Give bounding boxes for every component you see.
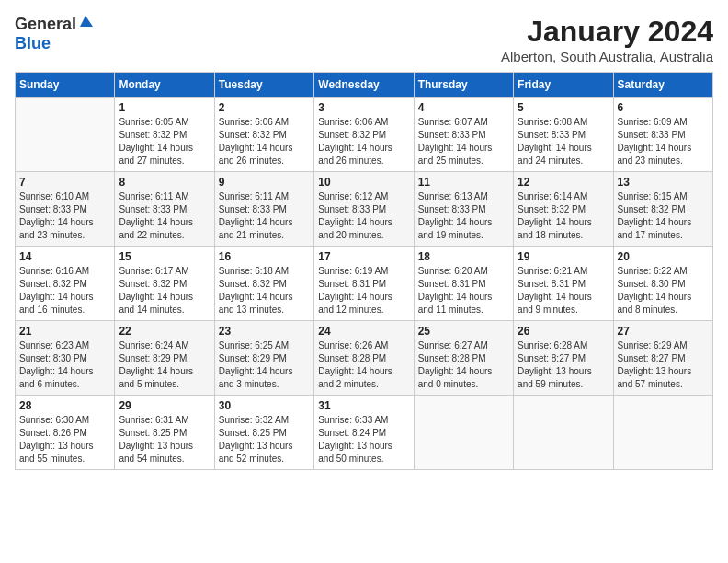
cell-sunset: Sunset: 8:27 PM xyxy=(618,352,709,365)
location-subtitle: Alberton, South Australia, Australia xyxy=(501,49,713,64)
cell-sunset: Sunset: 8:28 PM xyxy=(318,352,409,365)
table-row: 7 Sunrise: 6:10 AM Sunset: 8:33 PM Dayli… xyxy=(16,172,115,247)
col-sunday: Sunday xyxy=(16,73,115,98)
table-row: 26 Sunrise: 6:28 AM Sunset: 8:27 PM Dayl… xyxy=(514,321,613,396)
cell-sunset: Sunset: 8:32 PM xyxy=(119,129,210,142)
table-row: 25 Sunrise: 6:27 AM Sunset: 8:28 PM Dayl… xyxy=(414,321,513,396)
cell-sunrise: Sunrise: 6:06 AM xyxy=(219,116,310,129)
cell-daylight: Daylight: 14 hours and 8 minutes. xyxy=(618,291,709,316)
cell-sunset: Sunset: 8:31 PM xyxy=(418,278,509,291)
day-number: 18 xyxy=(418,250,509,263)
day-number: 13 xyxy=(618,176,709,189)
cell-sunset: Sunset: 8:33 PM xyxy=(418,129,509,142)
cell-daylight: Daylight: 14 hours and 17 minutes. xyxy=(618,216,709,242)
cell-sunrise: Sunrise: 6:27 AM xyxy=(418,339,509,352)
cell-sunset: Sunset: 8:32 PM xyxy=(119,278,210,291)
day-number: 5 xyxy=(518,101,609,114)
cell-sunrise: Sunrise: 6:29 AM xyxy=(618,339,709,352)
table-row: 1 Sunrise: 6:05 AM Sunset: 8:32 PM Dayli… xyxy=(115,98,214,172)
cell-daylight: Daylight: 14 hours and 2 minutes. xyxy=(318,365,409,391)
day-number: 10 xyxy=(318,176,409,189)
day-number: 7 xyxy=(19,176,110,189)
cell-sunrise: Sunrise: 6:15 AM xyxy=(618,190,709,203)
cell-sunset: Sunset: 8:31 PM xyxy=(318,278,409,291)
cell-sunset: Sunset: 8:32 PM xyxy=(219,278,310,291)
cell-sunset: Sunset: 8:33 PM xyxy=(318,203,409,216)
cell-sunset: Sunset: 8:26 PM xyxy=(19,427,110,440)
cell-sunset: Sunset: 8:33 PM xyxy=(19,203,110,216)
cell-daylight: Daylight: 13 hours and 50 minutes. xyxy=(318,440,409,465)
cell-daylight: Daylight: 14 hours and 26 minutes. xyxy=(219,142,310,167)
col-tuesday: Tuesday xyxy=(214,73,313,98)
cell-sunrise: Sunrise: 6:08 AM xyxy=(518,116,609,129)
cell-daylight: Daylight: 14 hours and 9 minutes. xyxy=(518,291,609,316)
cell-sunrise: Sunrise: 6:05 AM xyxy=(119,116,210,129)
cell-sunrise: Sunrise: 6:11 AM xyxy=(219,190,310,203)
cell-sunrise: Sunrise: 6:06 AM xyxy=(318,116,409,129)
table-row xyxy=(16,98,115,172)
cell-sunset: Sunset: 8:30 PM xyxy=(19,352,110,365)
cell-sunrise: Sunrise: 6:13 AM xyxy=(418,190,509,203)
table-row xyxy=(414,396,513,470)
title-block: January 2024 Alberton, South Australia, … xyxy=(501,15,713,64)
day-number: 30 xyxy=(219,399,310,412)
day-number: 8 xyxy=(119,176,210,189)
day-number: 31 xyxy=(318,399,409,412)
table-row: 17 Sunrise: 6:19 AM Sunset: 8:31 PM Dayl… xyxy=(314,247,414,321)
day-number: 11 xyxy=(418,176,509,189)
day-number: 24 xyxy=(318,325,409,338)
day-number: 22 xyxy=(119,325,210,338)
cell-sunrise: Sunrise: 6:17 AM xyxy=(119,265,210,278)
cell-daylight: Daylight: 13 hours and 52 minutes. xyxy=(219,440,310,465)
cell-sunrise: Sunrise: 6:22 AM xyxy=(618,265,709,278)
col-saturday: Saturday xyxy=(613,73,712,98)
table-row xyxy=(613,396,712,470)
cell-sunset: Sunset: 8:33 PM xyxy=(618,129,709,142)
cell-daylight: Daylight: 14 hours and 3 minutes. xyxy=(219,365,310,391)
cell-sunset: Sunset: 8:32 PM xyxy=(318,129,409,142)
table-row: 19 Sunrise: 6:21 AM Sunset: 8:31 PM Dayl… xyxy=(514,247,613,321)
page-header: General Blue January 2024 Alberton, Sout… xyxy=(15,15,713,64)
calendar-week-row: 1 Sunrise: 6:05 AM Sunset: 8:32 PM Dayli… xyxy=(16,98,713,172)
cell-sunrise: Sunrise: 6:18 AM xyxy=(219,265,310,278)
cell-daylight: Daylight: 14 hours and 12 minutes. xyxy=(318,291,409,316)
cell-sunrise: Sunrise: 6:33 AM xyxy=(318,414,409,427)
table-row: 15 Sunrise: 6:17 AM Sunset: 8:32 PM Dayl… xyxy=(115,247,214,321)
table-row: 16 Sunrise: 6:18 AM Sunset: 8:32 PM Dayl… xyxy=(214,247,313,321)
day-number: 16 xyxy=(219,250,310,263)
cell-sunset: Sunset: 8:32 PM xyxy=(518,203,609,216)
cell-daylight: Daylight: 14 hours and 21 minutes. xyxy=(219,216,310,242)
day-number: 15 xyxy=(119,250,210,263)
table-row: 21 Sunrise: 6:23 AM Sunset: 8:30 PM Dayl… xyxy=(16,321,115,396)
cell-daylight: Daylight: 14 hours and 19 minutes. xyxy=(418,216,509,242)
table-row: 3 Sunrise: 6:06 AM Sunset: 8:32 PM Dayli… xyxy=(314,98,414,172)
day-number: 26 xyxy=(518,325,609,338)
calendar-week-row: 21 Sunrise: 6:23 AM Sunset: 8:30 PM Dayl… xyxy=(16,321,713,396)
day-number: 23 xyxy=(219,325,310,338)
cell-sunrise: Sunrise: 6:21 AM xyxy=(518,265,609,278)
cell-daylight: Daylight: 14 hours and 20 minutes. xyxy=(318,216,409,242)
cell-sunset: Sunset: 8:29 PM xyxy=(219,352,310,365)
cell-sunrise: Sunrise: 6:11 AM xyxy=(119,190,210,203)
cell-sunset: Sunset: 8:30 PM xyxy=(618,278,709,291)
col-monday: Monday xyxy=(115,73,214,98)
col-wednesday: Wednesday xyxy=(314,73,414,98)
cell-daylight: Daylight: 14 hours and 27 minutes. xyxy=(119,142,210,167)
logo-blue-text: Blue xyxy=(15,34,51,53)
cell-daylight: Daylight: 13 hours and 59 minutes. xyxy=(518,365,609,391)
day-number: 2 xyxy=(219,101,310,114)
cell-daylight: Daylight: 14 hours and 22 minutes. xyxy=(119,216,210,242)
cell-sunrise: Sunrise: 6:25 AM xyxy=(219,339,310,352)
day-number: 21 xyxy=(19,325,110,338)
table-row: 11 Sunrise: 6:13 AM Sunset: 8:33 PM Dayl… xyxy=(414,172,513,247)
table-row: 12 Sunrise: 6:14 AM Sunset: 8:32 PM Dayl… xyxy=(514,172,613,247)
table-row: 2 Sunrise: 6:06 AM Sunset: 8:32 PM Dayli… xyxy=(214,98,313,172)
cell-sunset: Sunset: 8:33 PM xyxy=(219,203,310,216)
table-row: 5 Sunrise: 6:08 AM Sunset: 8:33 PM Dayli… xyxy=(514,98,613,172)
cell-sunrise: Sunrise: 6:10 AM xyxy=(19,190,110,203)
cell-sunrise: Sunrise: 6:09 AM xyxy=(618,116,709,129)
day-number: 3 xyxy=(318,101,409,114)
logo-general-text: General xyxy=(15,15,76,34)
day-number: 14 xyxy=(19,250,110,263)
day-number: 27 xyxy=(618,325,709,338)
